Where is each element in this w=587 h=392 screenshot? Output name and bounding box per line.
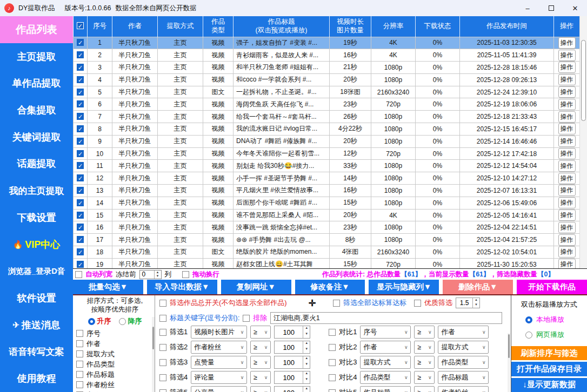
compare-field-a-select[interactable]: 序号∨ <box>360 326 411 339</box>
filter-checkbox[interactable] <box>159 329 166 336</box>
table-scrollbar-thumb[interactable] <box>581 40 586 121</box>
sort-field-作品标题[interactable]: 作品标题 <box>75 369 155 380</box>
table-row[interactable]: ✓9半只秋刀鱼主页视频DNA动了 #舞蹈 #傣族舞 #...20秒1080p0%… <box>74 135 580 147</box>
compare-checkbox[interactable] <box>329 344 336 351</box>
refresh-sort-filter-button[interactable]: 刷新排序与筛选 <box>511 346 587 360</box>
table-row[interactable]: ✓2半只秋刀鱼主页视频青衫烟雨客，似是故人来 #...16秒4K0%2025-1… <box>74 49 580 62</box>
sidebar-item-浏览器_登录D音[interactable]: 浏览器_登录D音 <box>0 258 73 285</box>
cell-title[interactable]: 和coco #一学就会系列 #... <box>234 73 330 86</box>
sidebar-item-作品列表[interactable]: 作品列表 <box>0 16 73 43</box>
compare-field-b-select[interactable]: 作者粉丝∨ <box>438 386 489 392</box>
row-checkbox[interactable]: ✓ <box>77 174 84 181</box>
compare-op-select[interactable]: ≥∨ <box>414 326 435 339</box>
sidebar-item-VIP中心[interactable]: 🔥VIP中心 <box>0 231 73 258</box>
table-row[interactable]: ✓8半只秋刀鱼主页视频我的流水账日记 #vlog日常...4分22秒1080p0… <box>74 123 580 136</box>
cell-title[interactable]: 一起拆礼物，不止圣诞。#... <box>234 86 330 98</box>
filter-value-stepper[interactable]: 100▲▼ <box>274 326 310 339</box>
sidebar-item-软件设置[interactable]: 软件设置 <box>0 285 73 312</box>
sort-field-checkbox[interactable] <box>76 330 83 337</box>
filter-checkbox[interactable] <box>159 344 166 351</box>
table-row[interactable]: ✓12半只秋刀鱼主页视频小手一挥 #圣诞节手势舞 #...14秒1080p0%2… <box>74 172 580 185</box>
freeze-columns-stepper[interactable]: 0 ▲▼ <box>139 270 162 279</box>
local-play-radio[interactable] <box>525 316 532 323</box>
table-row[interactable]: ✓16半只秋刀鱼主页视频没事跳一跳 烦恼全忘掉#et...23秒1080p0%2… <box>74 221 580 234</box>
row-checkbox[interactable]: ✓ <box>77 76 84 83</box>
cell-title[interactable]: 强子，姐发自拍了 #变装 #... <box>234 37 330 49</box>
action-button[interactable]: 操作 <box>558 185 576 196</box>
action-button[interactable]: 操作 <box>558 123 576 134</box>
table-row[interactable]: ✓10半只秋刀鱼主页视频今年冬天谁陪你一起看初雪...12秒720p0%2025… <box>74 147 580 160</box>
compare-op-select[interactable]: ≥∨ <box>414 341 435 354</box>
cell-title[interactable]: 青衫烟雨客，似是故人来 #... <box>234 49 330 62</box>
compare-checkbox[interactable] <box>329 329 336 336</box>
start-download-button[interactable]: 开始下载作品 <box>517 280 587 294</box>
action-button[interactable]: 操作 <box>558 62 576 73</box>
filter-value-stepper[interactable]: 100▲▼ <box>274 386 310 392</box>
row-checkbox[interactable]: ✓ <box>77 64 84 71</box>
close-button[interactable]: ✕ <box>563 0 587 16</box>
filter-scrollbar[interactable] <box>508 333 510 392</box>
action-button[interactable]: 操作 <box>558 160 576 172</box>
sort-field-checkbox[interactable] <box>76 350 83 357</box>
copy-url-button[interactable]: 复制网址▼ <box>221 280 291 294</box>
stepper-arrows[interactable]: ▲▼ <box>303 326 310 338</box>
move-handle-icon[interactable]: ✛ <box>309 298 316 308</box>
sort-field-checkbox[interactable] <box>76 381 83 388</box>
filter-field-select[interactable]: 分享量∨ <box>191 386 247 392</box>
table-row[interactable]: ✓19半只秋刀鱼主页视频赵都女团上线😄#土耳其舞15秒720p0%2025-11… <box>74 258 580 268</box>
stepper-arrows[interactable]: ▲▼ <box>303 371 310 383</box>
sort-field-点赞量[interactable]: 点赞量 <box>75 390 155 392</box>
sidebar-item-单作品提取[interactable]: 单作品提取 <box>0 70 73 97</box>
cell-title[interactable]: 后面那个你干啥呢 #舞蹈 #... <box>234 197 330 209</box>
action-button[interactable]: 操作 <box>558 209 576 221</box>
compare-field-b-select[interactable]: 提取方式∨ <box>438 341 489 354</box>
web-play-radio[interactable] <box>525 332 532 339</box>
action-button[interactable]: 操作 <box>558 246 576 258</box>
auto-width-checkbox[interactable] <box>75 271 82 278</box>
compare-checkbox[interactable] <box>329 389 336 392</box>
row-checkbox[interactable]: ✓ <box>77 212 84 219</box>
show-updated-data-button[interactable]: ↓显示更新数据 <box>511 378 587 392</box>
row-checkbox[interactable]: ✓ <box>77 261 84 268</box>
action-button[interactable]: 操作 <box>558 74 576 85</box>
sort-field-序号[interactable]: 序号 <box>75 328 155 339</box>
row-checkbox[interactable]: ✓ <box>77 248 84 255</box>
row-checkbox[interactable]: ✓ <box>77 113 84 120</box>
table-row[interactable]: ✓5半只秋刀鱼主页图文一起拆礼物，不止圣诞。#...18张图2160x32400… <box>74 86 580 98</box>
asc-radio[interactable] <box>88 318 95 325</box>
sidebar-item-合集提取[interactable]: 合集提取 <box>0 97 73 124</box>
minimize-button[interactable]: – <box>516 0 539 16</box>
cell-title[interactable]: 赵都女团上线😄#土耳其舞 <box>234 258 330 268</box>
row-checkbox[interactable]: ✓ <box>77 138 84 145</box>
filter-field-select[interactable]: 点赞量∨ <box>191 356 247 369</box>
sort-field-作品类型[interactable]: 作品类型 <box>75 359 155 369</box>
action-button[interactable]: 操作 <box>558 99 576 110</box>
sort-asc-option[interactable]: 升序 <box>88 316 111 326</box>
maximize-button[interactable] <box>539 0 563 16</box>
compare-field-a-select[interactable]: 作品类型∨ <box>360 371 411 384</box>
filter-op-select[interactable]: ≥∨ <box>250 356 271 369</box>
cell-title[interactable]: 别划走 给我30秒😂#接力... <box>234 160 330 172</box>
sort-field-提取方式[interactable]: 提取方式 <box>75 349 155 359</box>
all-pass-checkbox[interactable] <box>333 300 340 307</box>
sidebar-item-语音转写文案[interactable]: 语音转写文案 <box>0 339 73 366</box>
compare-op-select[interactable]: ≥∨ <box>414 386 435 392</box>
table-row[interactable]: ✓18半只秋刀鱼主页图文绝版的胶片 绝版的momen...4张图2160x324… <box>74 246 580 259</box>
filter-value-stepper[interactable]: 100▲▼ <box>274 341 310 354</box>
table-row[interactable]: ✓15半只秋刀鱼主页视频谁不曾见那陌上采桑人 #陌...20秒4K0%2025-… <box>74 209 580 221</box>
filter-checkbox[interactable] <box>159 374 166 381</box>
stepper-arrows[interactable]: ▲▼ <box>303 356 310 368</box>
filter-value-stepper[interactable]: 100▲▼ <box>274 371 310 384</box>
sidebar-item-我的主页提取[interactable]: 我的主页提取 <box>0 177 73 204</box>
cell-title[interactable]: 今年冬天谁陪你一起看初雪... <box>234 147 330 160</box>
compare-field-b-select[interactable]: 作品类型∨ <box>438 356 489 369</box>
compare-field-a-select[interactable]: 作者∨ <box>360 341 411 354</box>
keyword-input[interactable] <box>270 312 502 324</box>
filter-op-select[interactable]: ≥∨ <box>250 326 271 339</box>
sort-field-checkbox[interactable] <box>76 361 83 368</box>
row-checkbox[interactable]: ✓ <box>77 187 84 194</box>
row-checkbox[interactable]: ✓ <box>77 199 84 206</box>
select-all-checkbox[interactable]: ✓ <box>77 22 84 29</box>
sidebar-item-使用教程[interactable]: 使用教程 <box>0 365 73 392</box>
import-export-button[interactable]: 导入导出数据▼ <box>147 280 217 294</box>
